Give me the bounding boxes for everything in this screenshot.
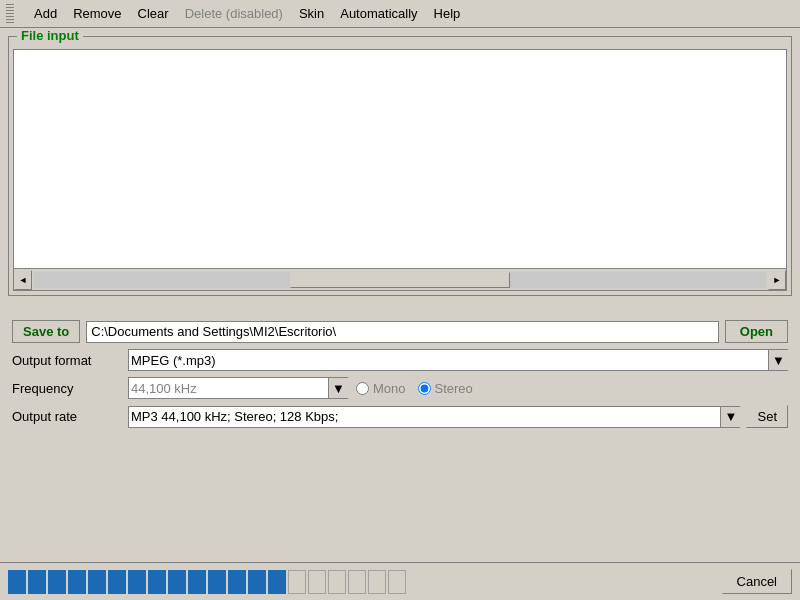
progress-bar-area: Cancel — [0, 562, 800, 600]
output-format-select-wrapper: MPEG (*.mp3) WAV (*.wav) OGG (*.ogg) FLA… — [128, 349, 788, 371]
stereo-radio-label[interactable]: Stereo — [418, 381, 473, 396]
main-area: File input ◄ ► Save to Open Output forma — [0, 28, 800, 448]
mono-stereo-group: Mono Stereo — [356, 381, 473, 396]
progress-block — [228, 570, 246, 594]
set-button[interactable]: Set — [746, 405, 788, 428]
progress-blocks — [8, 570, 714, 594]
progress-block — [48, 570, 66, 594]
stereo-radio[interactable] — [418, 382, 431, 395]
frequency-select[interactable]: 44,100 kHz 22,050 kHz 11,025 kHz — [128, 377, 348, 399]
cancel-button[interactable]: Cancel — [722, 569, 792, 594]
mono-radio-label[interactable]: Mono — [356, 381, 406, 396]
scroll-thumb[interactable] — [290, 272, 510, 288]
menu-help[interactable]: Help — [434, 6, 461, 21]
file-list-area[interactable] — [13, 49, 787, 269]
save-to-button[interactable]: Save to — [12, 320, 80, 343]
menubar-grip — [6, 4, 14, 24]
frequency-dropdown-wrapper: 44,100 kHz 22,050 kHz 11,025 kHz ▼ — [128, 377, 348, 399]
progress-block — [28, 570, 46, 594]
progress-block — [108, 570, 126, 594]
progress-block — [248, 570, 266, 594]
progress-block — [268, 570, 286, 594]
menubar: Add Remove Clear Delete (disabled) Skin … — [0, 0, 800, 28]
save-path-input[interactable] — [86, 321, 719, 343]
output-format-row: Output format MPEG (*.mp3) WAV (*.wav) O… — [12, 349, 788, 371]
output-rate-label: Output rate — [12, 409, 122, 424]
progress-block — [88, 570, 106, 594]
progress-block — [368, 570, 386, 594]
progress-block — [148, 570, 166, 594]
output-rate-select-wrapper: MP3 44,100 kHz; Stereo; 128 Kbps; MP3 44… — [128, 406, 740, 428]
section-divider — [8, 306, 792, 314]
arrow-right-icon: ► — [773, 275, 782, 285]
scroll-right-button[interactable]: ► — [768, 270, 786, 290]
progress-block — [188, 570, 206, 594]
groupbox-legend: File input — [17, 28, 83, 43]
progress-block — [348, 570, 366, 594]
progress-block — [8, 570, 26, 594]
output-rate-row: Output rate MP3 44,100 kHz; Stereo; 128 … — [12, 405, 788, 428]
open-button[interactable]: Open — [725, 320, 788, 343]
menu-automatically[interactable]: Automatically — [340, 6, 417, 21]
menu-delete: Delete (disabled) — [185, 6, 283, 21]
scroll-track[interactable] — [34, 272, 766, 288]
progress-block — [68, 570, 86, 594]
saveto-row: Save to Open — [12, 320, 788, 343]
frequency-label: Frequency — [12, 381, 122, 396]
progress-block — [168, 570, 186, 594]
stereo-label: Stereo — [435, 381, 473, 396]
progress-block — [288, 570, 306, 594]
controls-section: Save to Open Output format MPEG (*.mp3) … — [8, 314, 792, 440]
output-format-select[interactable]: MPEG (*.mp3) WAV (*.wav) OGG (*.ogg) FLA… — [128, 349, 788, 371]
progress-block — [388, 570, 406, 594]
output-rate-select[interactable]: MP3 44,100 kHz; Stereo; 128 Kbps; MP3 44… — [128, 406, 740, 428]
mono-label: Mono — [373, 381, 406, 396]
arrow-left-icon: ◄ — [19, 275, 28, 285]
menu-add[interactable]: Add — [34, 6, 57, 21]
menu-clear[interactable]: Clear — [138, 6, 169, 21]
mono-radio[interactable] — [356, 382, 369, 395]
output-format-label: Output format — [12, 353, 122, 368]
frequency-select-wrapper: 44,100 kHz 22,050 kHz 11,025 kHz ▼ Mono — [128, 377, 788, 399]
progress-block — [308, 570, 326, 594]
menu-skin[interactable]: Skin — [299, 6, 324, 21]
file-input-groupbox: File input ◄ ► — [8, 36, 792, 296]
menu-remove[interactable]: Remove — [73, 6, 121, 21]
progress-block — [128, 570, 146, 594]
progress-block — [328, 570, 346, 594]
scroll-left-button[interactable]: ◄ — [14, 270, 32, 290]
progress-block — [208, 570, 226, 594]
frequency-row: Frequency 44,100 kHz 22,050 kHz 11,025 k… — [12, 377, 788, 399]
horizontal-scrollbar: ◄ ► — [13, 269, 787, 291]
